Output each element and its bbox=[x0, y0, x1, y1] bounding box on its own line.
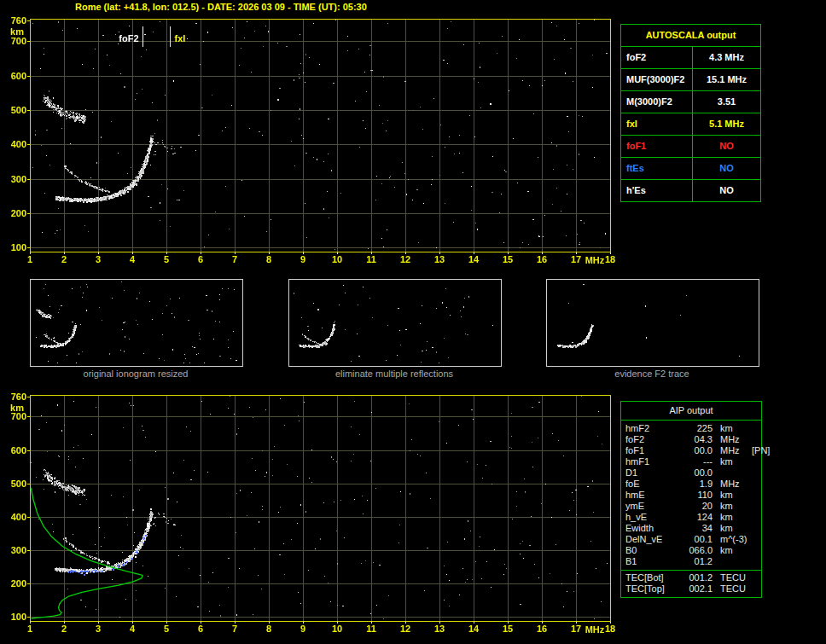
aip-param-value: 34 bbox=[680, 523, 713, 534]
autoscala-param-label: MUF(3000)F2 bbox=[621, 69, 693, 90]
autoscala-param-value: 4.3 MHz bbox=[693, 47, 760, 68]
aip-row: D100.0 bbox=[621, 467, 761, 479]
aip-param-value: 124 bbox=[680, 512, 713, 523]
aip-param-name: hmF2 bbox=[625, 423, 680, 434]
aip-row: B0066.0km bbox=[621, 545, 761, 556]
aip-param-note bbox=[752, 434, 757, 445]
autoscala-param-value: 5.1 MHz bbox=[693, 113, 760, 135]
aip-tec-row: TEC[Bot]001.2TECU bbox=[621, 572, 761, 583]
autoscala-row: M(3000)F2 3.51 bbox=[621, 91, 760, 113]
aip-param-unit: km bbox=[713, 423, 752, 434]
autoscala-param-label: foF1 bbox=[621, 136, 693, 157]
aip-param-name: foE bbox=[625, 479, 680, 490]
aip-param-note bbox=[752, 490, 757, 501]
aip-param-note bbox=[752, 512, 757, 523]
aip-param-name: foF2 bbox=[625, 434, 680, 445]
autoscala-title: AUTOSCALA output bbox=[621, 25, 760, 47]
autoscala-row: foF1 NO bbox=[621, 136, 760, 158]
aip-param-note bbox=[752, 545, 757, 556]
autoscala-param-value: 15.1 MHz bbox=[693, 69, 760, 90]
aip-param-note bbox=[752, 523, 757, 534]
aip-param-name: TEC[Bot] bbox=[625, 572, 680, 583]
aip-param-unit bbox=[713, 556, 752, 567]
autoscala-param-label: h'Es bbox=[621, 180, 693, 201]
aip-param-note bbox=[752, 456, 757, 467]
aip-param-unit: km bbox=[713, 456, 752, 467]
autoscala-param-label: foF2 bbox=[621, 47, 693, 68]
thumbnail-caption-evidence: evidence F2 trace bbox=[546, 368, 758, 379]
aip-param-value: 01.2 bbox=[680, 556, 713, 567]
aip-row: h_vE124km bbox=[621, 512, 761, 523]
thumbnail-original-canvas bbox=[32, 281, 241, 365]
thumbnail-filtered-canvas bbox=[290, 281, 500, 365]
thumbnail-filtered bbox=[288, 279, 502, 367]
aip-param-unit: MHz bbox=[713, 434, 752, 445]
aip-param-unit: MHz bbox=[713, 445, 752, 456]
autoscala-output-panel: AUTOSCALA output foF2 4.3 MHz MUF(3000)F… bbox=[620, 24, 761, 202]
thumbnail-caption-filtered: eliminate multiple reflections bbox=[288, 368, 500, 379]
thumbnail-original bbox=[30, 279, 243, 367]
aip-row: ymE20km bbox=[621, 501, 761, 512]
thumbnail-evidence bbox=[546, 279, 759, 367]
autoscala-param-label: M(3000)F2 bbox=[621, 91, 693, 113]
aip-param-value: 00.0 bbox=[680, 467, 713, 479]
aip-param-note bbox=[752, 423, 757, 434]
bottom-ionogram-plot bbox=[0, 388, 619, 644]
aip-param-unit: MHz bbox=[713, 479, 752, 490]
aip-row: hmE110km bbox=[621, 490, 761, 501]
autoscala-param-label: ftEs bbox=[621, 158, 693, 179]
aip-row: Ewidth34km bbox=[621, 523, 761, 534]
aip-param-name: TEC[Top] bbox=[625, 583, 680, 595]
aip-title: AIP output bbox=[621, 402, 761, 421]
aip-param-name: B0 bbox=[625, 545, 680, 556]
page-title: Rome (lat: +41.8, lon: 012.5) - DATE: 20… bbox=[75, 2, 367, 12]
aip-tec-section: TEC[Bot]001.2TECU TEC[Top]002.1TECU bbox=[621, 570, 761, 597]
autoscala-param-label: fxI bbox=[621, 113, 693, 135]
aip-param-unit: TECU bbox=[713, 572, 752, 583]
aip-param-value: 225 bbox=[680, 423, 713, 434]
aip-param-name: D1 bbox=[625, 467, 680, 479]
aip-param-name: B1 bbox=[625, 556, 680, 567]
aip-param-value: 110 bbox=[680, 490, 713, 501]
aip-param-name: hmE bbox=[625, 490, 680, 501]
aip-row: DelN_vE00.1m^(-3) bbox=[621, 534, 761, 545]
autoscala-row: ftEs NO bbox=[621, 158, 760, 180]
autoscala-app-window: { "app": { "title": "Rome (lat: +41.8, l… bbox=[0, 0, 826, 644]
autoscala-row: h'Es NO bbox=[621, 180, 760, 201]
aip-param-unit: m^(-3) bbox=[713, 534, 752, 545]
aip-rows: hmF2225km foF204.3MHz foF100.0MHz[PN] hm… bbox=[621, 423, 761, 567]
aip-row: foF100.0MHz[PN] bbox=[621, 445, 761, 456]
autoscala-row: foF2 4.3 MHz bbox=[621, 47, 760, 69]
autoscala-param-value: NO bbox=[693, 136, 760, 157]
aip-param-unit: km bbox=[713, 512, 752, 523]
aip-param-value: 1.9 bbox=[680, 479, 713, 490]
aip-row: hmF2225km bbox=[621, 423, 761, 434]
autoscala-row: fxI 5.1 MHz bbox=[621, 113, 760, 136]
aip-param-value: 04.3 bbox=[680, 434, 713, 445]
aip-param-value: 066.0 bbox=[680, 545, 713, 556]
aip-param-note bbox=[752, 467, 757, 479]
autoscala-param-value: NO bbox=[693, 180, 760, 201]
aip-param-value: --- bbox=[680, 456, 713, 467]
aip-param-unit: km bbox=[713, 523, 752, 534]
aip-param-name: Ewidth bbox=[625, 523, 680, 534]
aip-param-unit: km bbox=[713, 545, 752, 556]
aip-param-name: foF1 bbox=[625, 445, 680, 456]
top-ionogram-plot bbox=[0, 14, 619, 271]
aip-param-value: 00.1 bbox=[680, 534, 713, 545]
aip-param-unit: km bbox=[713, 490, 752, 501]
autoscala-param-value: 3.51 bbox=[693, 91, 760, 113]
autoscala-param-value: NO bbox=[693, 158, 760, 179]
aip-param-value: 20 bbox=[680, 501, 713, 512]
aip-param-unit bbox=[713, 467, 752, 479]
aip-row: foF204.3MHz bbox=[621, 434, 761, 445]
aip-param-note bbox=[752, 534, 757, 545]
aip-param-note bbox=[752, 479, 757, 490]
thumbnail-caption-original: original ionogram resized bbox=[30, 368, 241, 379]
aip-param-name: h_vE bbox=[625, 512, 680, 523]
aip-output-panel: AIP output hmF2225km foF204.3MHz foF100.… bbox=[620, 401, 762, 598]
thumbnail-evidence-canvas bbox=[548, 281, 758, 365]
aip-row: foE1.9MHz bbox=[621, 479, 761, 490]
aip-param-note: [PN] bbox=[752, 445, 771, 456]
aip-param-value: 00.0 bbox=[680, 445, 713, 456]
